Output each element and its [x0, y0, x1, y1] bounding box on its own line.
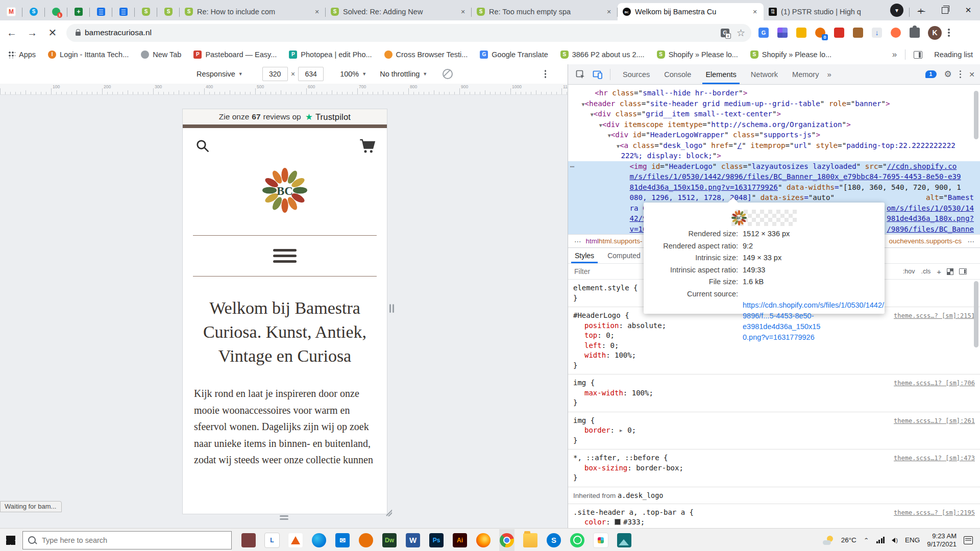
puzzle-icon[interactable]	[910, 28, 920, 38]
stylesheet-source-link[interactable]: theme.scss…? [sm]:2195	[894, 509, 975, 516]
translate-page-icon[interactable]: G	[721, 29, 729, 37]
breadcrumb-overflow[interactable]: ⋯	[574, 237, 581, 245]
tab[interactable]: SRe: How to include com✕	[180, 3, 326, 20]
skype-taskbar-icon[interactable]: S	[546, 529, 561, 551]
gtranslate-ext-icon[interactable]: G	[758, 28, 769, 38]
grid-icon[interactable]	[947, 269, 953, 274]
vlc-taskbar-icon[interactable]	[288, 529, 303, 551]
stylesheet-source-link[interactable]: theme.scss…1? [sm]:706	[894, 380, 975, 387]
taskbar-search-input[interactable]	[41, 536, 211, 545]
new-style-rule-button[interactable]: +	[937, 267, 941, 276]
tab-computed[interactable]: Computed	[601, 248, 647, 263]
tab-close-icon[interactable]: ✕	[750, 7, 760, 16]
bookmark-item[interactable]: S3866 P2 about us 2....	[560, 51, 645, 59]
viewport-resize-handle-right[interactable]	[389, 304, 394, 313]
panel-layout-icon[interactable]	[959, 268, 967, 274]
reading-list-label[interactable]: Reading list	[934, 51, 973, 59]
chrome-taskbar-icon[interactable]	[499, 529, 514, 551]
css-rule[interactable]: img {theme.scss…1? [sm]:261border: ▸ 0;}	[568, 412, 980, 450]
apps-label[interactable]: Apps	[19, 51, 36, 59]
more-tabs-chevron[interactable]: »	[827, 70, 831, 79]
trustpilot-bar[interactable]: Zie onze 67 reviews op ★ Trustpilot	[183, 109, 387, 124]
expand-dots[interactable]: ⋯	[570, 161, 574, 172]
css-property[interactable]: box-sizing: border-box;	[573, 463, 975, 473]
devtools-tab-memory[interactable]: Memory	[785, 64, 826, 84]
dom-tree-line[interactable]: m/s/files/1/0530/1442/9896/files/BC_Bann…	[568, 171, 980, 182]
taskbar-search[interactable]	[22, 531, 232, 549]
css-property[interactable]: border: ▸ 0;	[573, 425, 975, 436]
amber-app-taskbar-icon[interactable]	[358, 529, 374, 551]
whatsapp-taskbar-icon[interactable]	[570, 529, 585, 551]
orange-ext-icon[interactable]: 0	[815, 28, 825, 38]
css-rule[interactable]: *, ::after, ::before {theme.scss…1? [sm]…	[568, 449, 980, 487]
breadcrumb-overflow-right[interactable]: ⋯	[968, 237, 974, 245]
url-text[interactable]: bamestracuriosa.nl	[85, 28, 152, 37]
devtools-close-icon[interactable]: ✕	[969, 70, 975, 79]
cart-icon[interactable]	[359, 138, 376, 154]
dom-tree-line[interactable]: 81de4d36a_150x150.png?v=1631779926" data…	[568, 182, 980, 193]
pinned-tab[interactable]: S	[157, 3, 180, 20]
device-height-input[interactable]	[298, 67, 324, 81]
photoshop-taskbar-icon[interactable]: Ps	[429, 529, 444, 551]
notification-center-icon[interactable]	[964, 536, 973, 544]
edge-taskbar-icon[interactable]	[311, 529, 327, 551]
slack-taskbar-icon[interactable]	[593, 529, 608, 551]
css-rule[interactable]: img {theme.scss…1? [sm]:706max-width: 10…	[568, 374, 980, 412]
devtools-tab-network[interactable]: Network	[744, 64, 785, 84]
apps-grid-icon[interactable]	[8, 51, 15, 58]
site-logo-wreath[interactable]: BC	[183, 168, 387, 213]
bookmark-item[interactable]: SShopify » Please lo...	[657, 51, 738, 59]
css-selector[interactable]: element.style {	[573, 283, 638, 293]
address-bar[interactable]: bamestracuriosa.nl G ☆	[66, 24, 751, 42]
red-app-taskbar-icon[interactable]	[241, 529, 256, 551]
source-url-line[interactable]: https://cdn.shopify.com/s/files/1/0530/1…	[743, 300, 885, 311]
bookmark-item[interactable]: PPasteboard — Easy...	[193, 51, 277, 59]
tab-close-icon[interactable]: ✕	[458, 7, 468, 16]
device-width-input[interactable]	[262, 67, 288, 81]
dom-tree-line[interactable]: ▼<div class="grid__item small--text-cent…	[577, 109, 980, 119]
minimize-button[interactable]: —	[910, 0, 933, 20]
ms-squares-icon[interactable]	[777, 28, 788, 38]
tab[interactable]: PSTR(1) PSTR studio | High q✕	[764, 3, 910, 20]
maximize-button[interactable]	[933, 0, 957, 20]
css-selector[interactable]: img {	[573, 416, 595, 426]
tab-search-button[interactable]: ▼	[890, 4, 903, 17]
forward-button[interactable]: →	[23, 24, 41, 41]
back-button[interactable]: ←	[3, 24, 20, 41]
pinned-tab[interactable]: 1	[45, 3, 67, 20]
firefox-taskbar-icon[interactable]	[476, 529, 491, 551]
device-toolbar-menu[interactable]	[545, 70, 547, 78]
pinned-tab[interactable]: S	[22, 3, 45, 20]
inspect-element-icon[interactable]	[575, 69, 585, 80]
brown-ext-icon[interactable]	[853, 28, 863, 38]
bookmark-item[interactable]: SShopify » Please lo...	[750, 51, 831, 59]
pinned-tab[interactable]: M	[0, 3, 22, 20]
tab[interactable]: SSolved: Re: Adding New✕	[326, 3, 472, 20]
dom-tree-line[interactable]: ⋯ <img id="HeaderLogo" class="lazyautosi…	[568, 161, 980, 172]
stop-loading-button[interactable]: ✕	[44, 24, 61, 41]
gear-icon[interactable]: ⚙	[944, 69, 952, 80]
css-selector[interactable]: #HeaderLogo {	[573, 311, 629, 321]
amber-doc-icon[interactable]	[796, 28, 806, 38]
viewport-resize-handle-corner[interactable]	[384, 508, 392, 516]
throttling-select[interactable]: No throttling▼	[380, 70, 427, 78]
styles-scrollbar-thumb[interactable]	[974, 281, 978, 347]
clock[interactable]: 9:23 AM 9/17/2021	[927, 532, 957, 548]
css-property[interactable]: width: 100%;	[573, 350, 975, 361]
zoom-select[interactable]: 100%▼	[340, 70, 366, 78]
devtools-menu-button[interactable]	[960, 70, 962, 79]
search-icon[interactable]	[195, 138, 210, 154]
image-source-link[interactable]: https://cdn.shopify.com/s/files/1/0530/1…	[743, 300, 885, 343]
stylesheet-source-link[interactable]: theme.scss…1? [sm]:261	[894, 417, 975, 424]
dom-tree-line[interactable]: ▼<div itemscope itemtype="http://schema.…	[577, 119, 980, 130]
illustrator-taskbar-icon[interactable]: Ai	[452, 529, 468, 551]
tab-close-icon[interactable]: ✕	[312, 7, 322, 16]
pinned-tab[interactable]: +	[67, 3, 90, 20]
pinned-tab[interactable]	[90, 3, 112, 20]
profile-avatar[interactable]: K	[928, 26, 942, 40]
bookmark-item[interactable]: Cross Browser Testi...	[384, 51, 468, 59]
css-property[interactable]: max-width: 100%;	[573, 388, 975, 398]
device-toolbar-toggle-icon[interactable]	[593, 69, 603, 80]
rotate-viewport-icon[interactable]	[443, 69, 453, 79]
viewport-resize-handle-bottom[interactable]	[280, 515, 288, 520]
